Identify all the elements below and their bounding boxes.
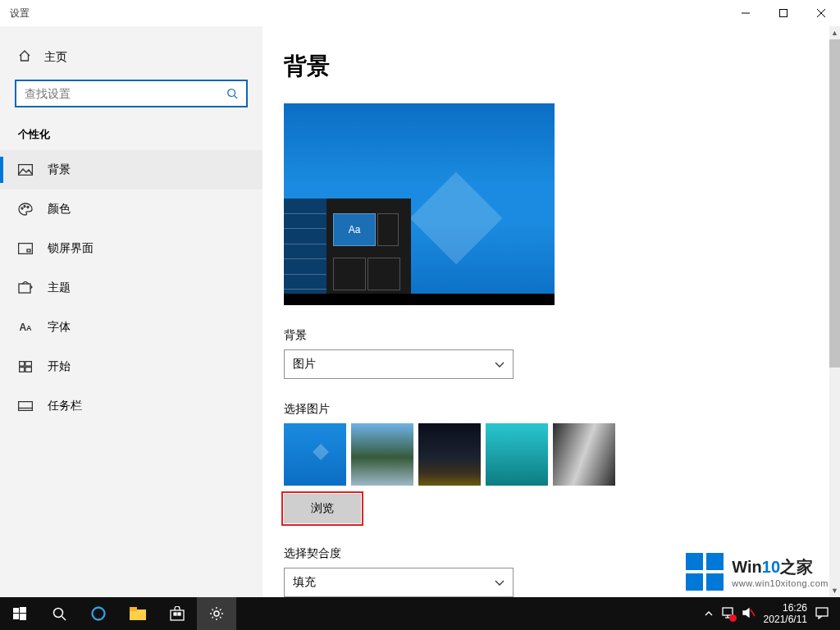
picture-thumb-1[interactable]	[284, 423, 346, 486]
show-desktop-button[interactable]	[835, 597, 840, 630]
svg-point-25	[93, 608, 105, 620]
fit-select[interactable]: 填充	[284, 568, 514, 597]
svg-rect-1	[780, 10, 788, 17]
close-button[interactable]	[802, 0, 840, 26]
taskbar-icon	[18, 401, 33, 411]
palette-icon	[18, 203, 33, 216]
scrollbar[interactable]: ▲ ▼	[829, 26, 840, 597]
tray-volume-icon[interactable]	[742, 607, 756, 621]
nav-item-label: 背景	[48, 162, 71, 177]
watermark-brand: Win10之家	[732, 556, 829, 578]
system-tray: 16:26 2021/6/11	[698, 597, 835, 630]
browse-button[interactable]: 浏览	[284, 494, 361, 523]
nav-home[interactable]: 主页	[0, 43, 262, 80]
nav-colors[interactable]: 颜色	[0, 189, 262, 229]
window-title: 设置	[10, 7, 30, 21]
nav-lockscreen[interactable]: 锁屏界面	[0, 229, 262, 268]
scroll-down-button[interactable]: ▼	[829, 584, 840, 597]
choose-picture-label: 选择图片	[284, 402, 815, 417]
chevron-down-icon	[495, 358, 504, 371]
taskbar-store[interactable]	[158, 597, 197, 630]
taskbar-edge[interactable]	[79, 597, 118, 630]
svg-line-24	[62, 617, 66, 621]
scroll-up-button[interactable]: ▲	[829, 26, 840, 39]
watermark: Win10之家 www.win10xitong.com	[686, 553, 829, 591]
svg-rect-30	[178, 613, 180, 615]
picture-thumb-3[interactable]	[418, 423, 481, 486]
nav-item-label: 字体	[48, 320, 71, 335]
search-field[interactable]	[16, 87, 218, 100]
svg-rect-6	[19, 165, 33, 176]
background-type-label: 背景	[284, 328, 815, 343]
svg-rect-13	[20, 362, 25, 367]
svg-point-7	[21, 208, 23, 209]
nav-home-label: 主页	[44, 50, 67, 65]
sidebar-section-title: 个性化	[0, 107, 262, 150]
background-type-select[interactable]: 图片	[284, 349, 514, 379]
nav-item-label: 主题	[48, 281, 71, 295]
tray-network-icon[interactable]	[721, 607, 734, 621]
watermark-url: www.win10xitong.com	[732, 578, 829, 588]
tray-clock[interactable]: 16:26 2021/6/11	[764, 602, 807, 625]
svg-point-4	[228, 89, 235, 97]
background-type-value: 图片	[293, 357, 316, 372]
sidebar: 主页 个性化 背景 颜色 锁屏	[0, 26, 262, 597]
tray-notifications-icon[interactable]	[815, 606, 829, 622]
nav-item-label: 开始	[48, 359, 71, 374]
svg-point-23	[54, 609, 63, 618]
svg-rect-15	[20, 368, 25, 372]
page-title: 背景	[284, 51, 815, 82]
svg-rect-28	[171, 610, 184, 620]
maximize-button[interactable]	[765, 0, 802, 26]
nav-item-label: 任务栏	[48, 399, 82, 413]
svg-line-35	[751, 609, 755, 616]
nav-fonts[interactable]: AA 字体	[0, 308, 262, 347]
tray-date: 2021/6/11	[764, 614, 807, 625]
svg-line-5	[235, 96, 238, 99]
nav-start[interactable]: 开始	[0, 347, 262, 386]
nav-taskbar[interactable]: 任务栏	[0, 386, 262, 426]
picture-thumb-2[interactable]	[351, 423, 413, 486]
svg-rect-20	[20, 607, 26, 613]
nav-background[interactable]: 背景	[0, 150, 262, 189]
tray-time: 16:26	[764, 602, 807, 614]
fit-value: 填充	[293, 575, 316, 590]
chevron-down-icon	[495, 576, 504, 589]
start-icon	[18, 361, 33, 372]
font-icon: AA	[18, 322, 33, 333]
search-input[interactable]	[15, 80, 248, 107]
svg-rect-12	[19, 284, 30, 293]
lockscreen-icon	[18, 243, 33, 254]
svg-rect-14	[25, 362, 31, 367]
svg-rect-36	[816, 608, 828, 616]
svg-rect-32	[723, 608, 733, 615]
taskbar-search-button[interactable]	[39, 597, 79, 630]
svg-rect-19	[13, 608, 19, 613]
scrollbar-thumb[interactable]	[829, 39, 840, 368]
picture-thumbnails	[284, 423, 815, 486]
windows-logo-icon	[686, 553, 724, 591]
svg-point-9	[27, 207, 29, 208]
tray-expand-icon[interactable]	[705, 608, 713, 619]
svg-point-8	[24, 206, 25, 208]
titlebar: 设置	[0, 0, 840, 26]
svg-rect-21	[13, 614, 19, 619]
nav-themes[interactable]: 主题	[0, 268, 262, 308]
minimize-button[interactable]	[727, 0, 765, 26]
taskbar: 16:26 2021/6/11	[0, 597, 840, 630]
nav-item-label: 颜色	[48, 202, 71, 217]
start-button[interactable]	[0, 597, 39, 630]
home-icon	[18, 49, 31, 65]
svg-rect-17	[19, 402, 33, 411]
taskbar-settings[interactable]	[197, 597, 236, 630]
theme-icon	[18, 281, 33, 294]
search-icon	[218, 88, 246, 99]
taskbar-explorer[interactable]	[118, 597, 158, 630]
picture-thumb-5[interactable]	[553, 423, 615, 486]
svg-rect-16	[25, 368, 31, 372]
picture-thumb-4[interactable]	[486, 423, 548, 486]
picture-icon	[18, 164, 33, 176]
svg-rect-22	[20, 614, 26, 620]
preview-sample-text: Aa	[333, 213, 376, 246]
svg-rect-27	[130, 607, 137, 611]
